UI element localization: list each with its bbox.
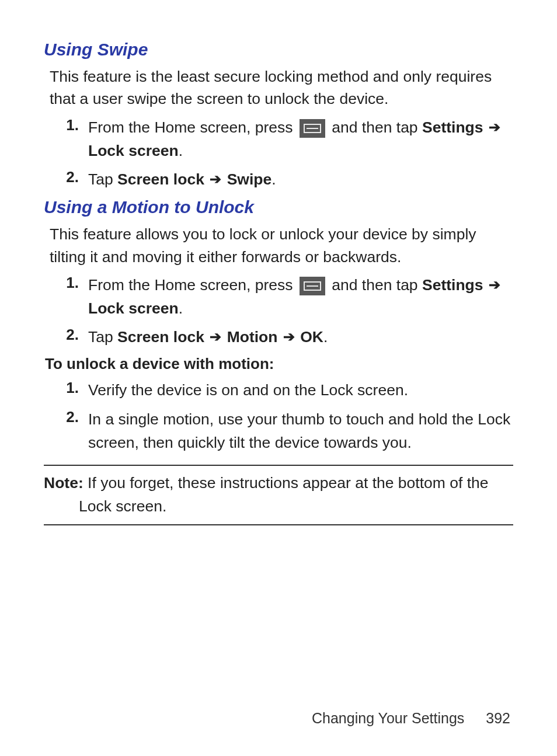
body-swipe-intro: This feature is the least secure locking…: [50, 65, 513, 110]
page-footer: Changing Your Settings 392: [312, 710, 510, 727]
step-number: 1.: [44, 379, 88, 402]
step-text: In a single motion, use your thumb to to…: [88, 408, 513, 455]
bold-settings: Settings: [422, 276, 483, 294]
arrow-icon: ➔: [282, 326, 296, 347]
text: From the Home screen, press: [88, 119, 297, 136]
heading-using-swipe: Using Swipe: [44, 40, 513, 60]
step-number: 2.: [44, 326, 88, 349]
bold-lock-screen: Lock screen: [88, 299, 179, 317]
period: .: [323, 328, 328, 346]
period: .: [179, 299, 183, 317]
bold-motion: Motion: [227, 328, 278, 346]
bold-screen-lock: Screen lock: [117, 170, 204, 188]
note-block: Note: If you forget, these instructions …: [44, 465, 513, 525]
text: Tap: [88, 328, 117, 346]
step-swipe-1: 1. From the Home screen, press and then …: [44, 116, 513, 163]
bold-ok: OK: [300, 328, 323, 346]
step-text: Verify the device is on and on the Lock …: [88, 379, 513, 402]
text: Tap: [88, 170, 117, 188]
period: .: [271, 170, 276, 188]
menu-icon: [300, 277, 325, 295]
step-text: From the Home screen, press and then tap…: [88, 274, 513, 320]
step-motion-1: 1. From the Home screen, press and then …: [44, 274, 513, 320]
subheading-unlock-motion: To unlock a device with motion:: [44, 355, 513, 373]
arrow-icon: ➔: [488, 274, 502, 295]
step-text: Tap Screen lock ➔ Motion ➔ OK.: [88, 326, 513, 349]
arrow-icon: ➔: [488, 117, 502, 138]
step-text: From the Home screen, press and then tap…: [88, 116, 513, 163]
step-number: 1.: [44, 274, 88, 320]
arrow-icon: ➔: [208, 326, 222, 347]
bold-screen-lock: Screen lock: [117, 328, 204, 346]
note-body: Note: If you forget, these instructions …: [44, 472, 513, 518]
text: From the Home screen, press: [88, 276, 297, 294]
text: and then tap: [332, 276, 422, 294]
heading-using-motion: Using a Motion to Unlock: [44, 197, 513, 217]
steps-motion: 1. From the Home screen, press and then …: [44, 274, 513, 349]
text: and then tap: [332, 119, 422, 136]
note-label: Note:: [44, 474, 83, 492]
footer-page-number: 392: [486, 710, 510, 726]
arrow-icon: ➔: [208, 169, 222, 190]
step-number: 1.: [44, 116, 88, 163]
footer-chapter: Changing Your Settings: [312, 710, 464, 726]
bold-swipe: Swipe: [227, 170, 272, 188]
note-text: If you forget, these instructions appear…: [79, 474, 489, 515]
steps-unlock-motion: 1. Verify the device is on and on the Lo…: [44, 379, 513, 454]
bold-lock-screen: Lock screen: [88, 142, 179, 159]
steps-swipe: 1. From the Home screen, press and then …: [44, 116, 513, 191]
page: Using Swipe This feature is the least se…: [0, 0, 557, 756]
step-number: 2.: [44, 168, 88, 191]
menu-icon: [300, 119, 325, 138]
substep-1: 1. Verify the device is on and on the Lo…: [44, 379, 513, 402]
step-number: 2.: [44, 408, 88, 455]
step-motion-2: 2. Tap Screen lock ➔ Motion ➔ OK.: [44, 326, 513, 349]
step-text: Tap Screen lock ➔ Swipe.: [88, 168, 513, 191]
substep-2: 2. In a single motion, use your thumb to…: [44, 408, 513, 455]
bold-settings: Settings: [422, 119, 483, 136]
body-motion-intro: This feature allows you to lock or unloc…: [50, 223, 513, 268]
period: .: [179, 142, 183, 159]
step-swipe-2: 2. Tap Screen lock ➔ Swipe.: [44, 168, 513, 191]
